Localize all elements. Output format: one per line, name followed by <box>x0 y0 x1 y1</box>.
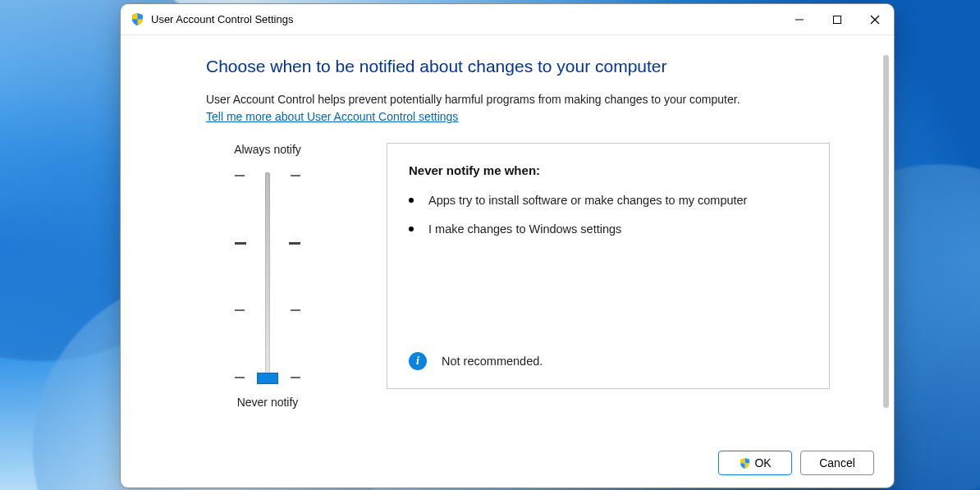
setting-title: Never notify me when: <box>409 163 808 177</box>
setting-bullet-text: Apps try to install software or make cha… <box>428 192 747 209</box>
setting-bullet-text: I make changes to Windows settings <box>428 221 621 238</box>
ok-button[interactable]: OK <box>718 451 792 475</box>
slider-label-bottom: Never notify <box>237 396 299 409</box>
page-heading: Choose when to be notified about changes… <box>206 57 840 76</box>
setting-bullet: I make changes to Windows settings <box>409 221 808 238</box>
bullet-icon <box>409 227 414 231</box>
bullet-icon <box>409 198 414 203</box>
titlebar[interactable]: User Account Control Settings <box>121 4 894 35</box>
maximize-button[interactable] <box>818 5 856 34</box>
description-text: User Account Control helps prevent poten… <box>206 93 840 106</box>
close-button[interactable] <box>856 5 894 34</box>
slider-label-top: Always notify <box>234 143 301 156</box>
cancel-button[interactable]: Cancel <box>800 451 874 475</box>
notification-slider: Always notify Never notify <box>206 143 329 409</box>
help-link[interactable]: Tell me more about User Account Control … <box>206 110 458 123</box>
ok-button-label: OK <box>754 456 771 469</box>
slider-track[interactable] <box>235 172 300 382</box>
dialog-footer: OK Cancel <box>121 438 894 488</box>
cancel-button-label: Cancel <box>819 456 855 469</box>
uac-settings-window: User Account Control Settings Choose whe… <box>120 3 895 488</box>
minimize-button[interactable] <box>781 5 818 34</box>
recommendation-text: Not recommended. <box>442 355 543 368</box>
setting-description-box: Never notify me when: Apps try to instal… <box>387 143 830 389</box>
slider-thumb[interactable] <box>257 373 278 384</box>
client-area: Choose when to be notified about changes… <box>121 35 894 438</box>
window-title: User Account Control Settings <box>151 13 293 25</box>
svg-rect-2 <box>834 16 841 23</box>
uac-shield-icon <box>739 457 751 469</box>
uac-shield-icon <box>131 12 144 26</box>
vertical-scrollbar[interactable] <box>883 55 889 408</box>
setting-bullet: Apps try to install software or make cha… <box>409 192 808 209</box>
info-icon: i <box>409 352 427 370</box>
